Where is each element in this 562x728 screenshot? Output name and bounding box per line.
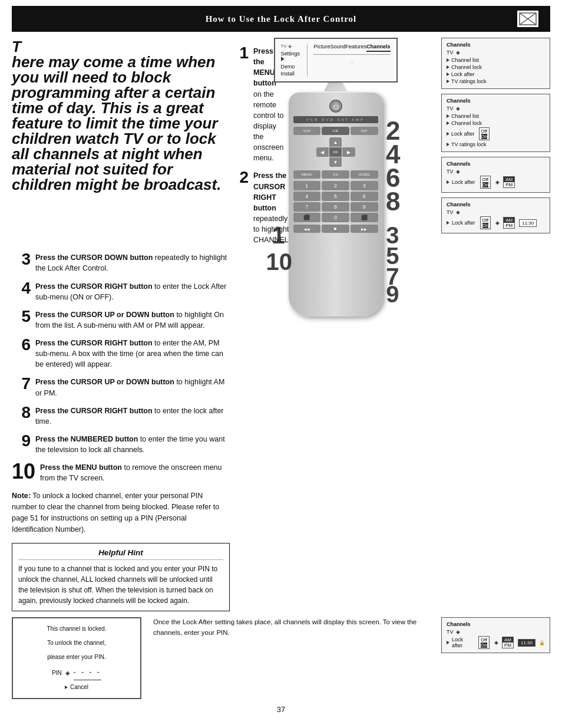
big-num-1: 1 <box>272 222 285 249</box>
pin-line2: To unlock the channel, <box>21 638 132 648</box>
menu-side-demo: Demo <box>281 64 304 70</box>
remote-btn-guide[interactable]: GUIDE <box>351 170 378 179</box>
ms1-ratings-lock: TV ratings lock <box>451 78 487 84</box>
ms3-am: AM <box>504 177 514 182</box>
bottom-section: This channel is locked. To unlock the ch… <box>12 617 550 699</box>
power-button[interactable]: ⏻ <box>329 100 342 113</box>
ms2-arrow-1 <box>447 114 449 118</box>
menu-to-remote-arrow <box>324 83 348 91</box>
bottom-ms-arrow <box>447 641 449 644</box>
menu-tab-sound: Sound <box>330 44 345 52</box>
drop-cap: T <box>12 39 21 54</box>
ms2-row-channel-lock: Channel lock <box>447 120 545 127</box>
ms2-channel-list: Channel list <box>451 113 479 119</box>
ms1-row-ratings-lock: TV ratings lock <box>447 78 545 85</box>
remote-btn-menu[interactable]: MENU <box>293 170 321 179</box>
remote-btn-b2[interactable]: ⏹ <box>322 225 349 233</box>
pin-box: This channel is locked. To unlock the ch… <box>12 617 141 699</box>
big-num-10: 10 <box>266 249 293 275</box>
pin-dashes: - - - - <box>74 667 101 680</box>
ms3-lock-row: Lock after Off On ◈ AM PM <box>447 176 545 189</box>
center-column: TV ◈ Settings Demo Install Picture Sound… <box>236 32 435 611</box>
header-icon <box>517 11 538 27</box>
menu-screenshot-3: Channels TV ◈ Lock after Off On ◈ AM PM <box>441 157 550 193</box>
ms3-am-pm: AM PM <box>503 176 515 188</box>
ms2-row-ratings: TV ratings lock <box>447 141 545 148</box>
step-8: 8 Press the CURSOR RIGHT button to enter… <box>12 404 230 427</box>
ms1-channel-lock: Channel lock <box>451 64 482 70</box>
ms1-arrow-1 <box>447 58 449 62</box>
step-8-bold: Press the CURSOR RIGHT button <box>35 407 153 415</box>
ms3-lock-after: Lock after <box>452 179 475 185</box>
step-num-8: 8 <box>12 404 31 421</box>
step-text-9: Press the NUMBERED button to enter the t… <box>35 433 230 455</box>
ms1-dot: ◈ <box>456 50 460 55</box>
dpad-ok[interactable]: OK <box>329 147 342 157</box>
ms1-tv-row: TV ◈ <box>447 50 545 55</box>
num-btn-6[interactable]: 6 <box>351 192 378 201</box>
intro-body: here may come a time when you will need … <box>12 54 229 192</box>
step-5-bold: Press the CURSOR UP or DOWN button <box>35 311 174 319</box>
pin-line1: This channel is locked. <box>21 624 132 634</box>
ms2-ratings: TV ratings lock <box>451 141 487 147</box>
menu-tab-picture: Picture <box>313 44 330 52</box>
step-5: 5 Press the CURSOR UP or DOWN button to … <box>12 308 230 331</box>
ms2-dot: ◈ <box>456 106 460 111</box>
dpad-up[interactable]: ▲ <box>329 137 342 147</box>
bottom-ms-on: On <box>481 643 487 648</box>
ms4-off-on: Off On <box>480 216 491 229</box>
num-btn-hash[interactable]: ⬛ <box>351 213 378 222</box>
ms2-off-on: Off On <box>479 127 490 140</box>
remote-illustration: ⏻ VCR DVD SAT AMP VCR C/E SAT ▲ ◀ OK ▶ <box>289 93 383 317</box>
remote-btn-b1[interactable]: ◀◀ <box>293 225 321 233</box>
ms1-tv: TV <box>447 50 454 55</box>
remote-btn-sat[interactable]: SAT <box>351 127 378 135</box>
ms4-title: Channels <box>447 202 545 207</box>
tv-menu-box: TV ◈ Settings Demo Install Picture Sound… <box>274 38 398 83</box>
ms2-title: Channels <box>447 98 545 104</box>
dpad-right[interactable]: ▶ <box>342 147 355 157</box>
num-btn-8[interactable]: 8 <box>322 202 349 212</box>
step-text-6: Press the CURSOR RIGHT button to enter t… <box>35 337 230 370</box>
num-btn-1[interactable]: 1 <box>293 181 321 190</box>
bottom-ms-tv: TV ◈ <box>447 629 545 635</box>
ms4-tv-row: TV ◈ <box>447 209 545 215</box>
menu-screenshot-1: Channels TV ◈ Channel list Channel lock … <box>441 38 550 89</box>
num-btn-4[interactable]: 4 <box>293 192 321 201</box>
num-btn-2[interactable]: 2 <box>322 181 349 190</box>
step-text-3: Press the CURSOR DOWN button repeatedly … <box>35 251 230 274</box>
helpful-hint-title: Helpful Hint <box>18 548 223 560</box>
num-btn-0[interactable]: 0 <box>322 213 349 222</box>
remote-btn-ch[interactable]: CH <box>322 170 349 179</box>
ms4-lock-after: Lock after <box>452 220 475 226</box>
step-7: 7 Press the CURSOR UP or DOWN button to … <box>12 375 230 398</box>
remote-btn-cable[interactable]: C/E <box>322 127 349 135</box>
step-text-10: Press the MENU button to remove the onsc… <box>40 461 230 483</box>
num-btn-3[interactable]: 3 <box>351 181 378 190</box>
step-num-3: 3 <box>12 251 31 268</box>
num-btn-9[interactable]: 9 <box>351 202 378 212</box>
step-4-bold: Press the CURSOR RIGHT button <box>35 282 153 291</box>
ms2-tv-row: TV ◈ <box>447 106 545 111</box>
ms2-tv: TV <box>447 106 454 111</box>
pin-label: PIN <box>52 668 62 678</box>
step-6-bold: Press the CURSOR RIGHT button <box>35 339 153 347</box>
ms4-on: On <box>482 223 489 228</box>
num-btn-star[interactable]: ⬛ <box>293 213 321 222</box>
remote-btn-b3[interactable]: ▶▶ <box>351 225 378 233</box>
bottom-ms-off: Off <box>481 637 487 643</box>
ms3-dot: ◈ <box>456 169 460 174</box>
step-3: 3 Press the CURSOR DOWN button repeatedl… <box>12 251 230 274</box>
num-btn-7[interactable]: 7 <box>293 202 321 212</box>
pin-line3: please enter your PIN. <box>21 653 132 662</box>
ms4-tv: TV <box>447 209 454 215</box>
note-label: Note: <box>12 492 31 500</box>
menu-screenshot-2: Channels TV ◈ Channel list Channel lock … <box>441 94 550 152</box>
ms2-off: Off <box>481 129 488 134</box>
dpad-left[interactable]: ◀ <box>316 147 329 157</box>
ms1-channel-list: Channel list <box>451 57 479 63</box>
dpad-down[interactable]: ▼ <box>329 157 342 167</box>
remote-btn-vcr[interactable]: VCR <box>293 127 321 135</box>
num-btn-5[interactable]: 5 <box>322 192 349 201</box>
step-num-9: 9 <box>12 433 31 449</box>
